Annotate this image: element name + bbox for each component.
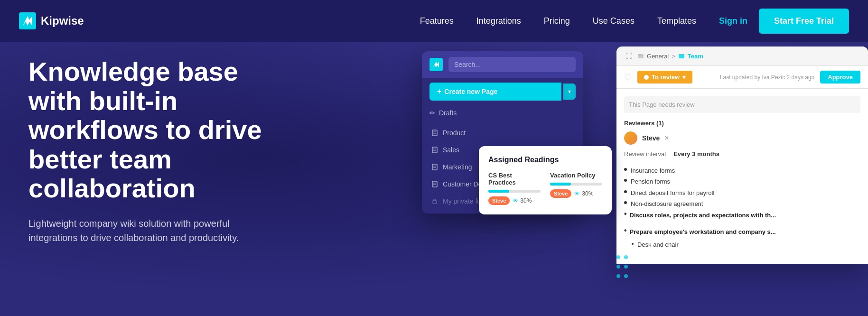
bullet-main-2: • — [624, 227, 627, 234]
dots-decoration — [616, 255, 628, 273]
page-icon-3 — [431, 164, 438, 170]
hero-subtitle: Lightweight company wiki solution with p… — [28, 216, 275, 245]
circle-icon — [644, 75, 649, 80]
bullet — [624, 190, 627, 193]
svg-rect-15 — [433, 201, 437, 204]
logo-area: Kipwise — [19, 12, 84, 29]
folder-icon — [637, 53, 644, 59]
drafts-label: Drafts — [439, 109, 457, 117]
app-header: Search... — [422, 51, 583, 78]
pencil-icon: ✏ — [429, 109, 435, 117]
assigned-readings-popup: Assigned Readings CS Best Practices Stev… — [479, 146, 612, 214]
bullet — [624, 179, 627, 182]
nav-templates[interactable]: Templates — [657, 16, 696, 26]
dot — [616, 255, 620, 259]
bullet — [624, 168, 627, 171]
right-panel-top: ⛶ General > Team — [616, 46, 868, 66]
avatar-chip-vacation: Steve — [550, 189, 571, 198]
drafts-row[interactable]: ✏ Drafts — [422, 105, 583, 121]
eye-icon-cs: 👁 — [513, 197, 518, 204]
dot — [616, 265, 620, 269]
app-panel-right: ⛶ General > Team ♡ To review ▾ Last upda… — [616, 46, 868, 264]
avatar-chip-cs: Steve — [488, 196, 510, 205]
reading-user-cs: Steve 👁 30% — [488, 196, 541, 205]
reading-col-vacation: Vacation Policy Steve 👁 30% — [550, 172, 602, 205]
percent-value-vacation: 30% — [582, 190, 593, 197]
hero-right: Search... + Create new Page ▾ ✏ Drafts P… — [412, 42, 868, 273]
page-icon — [431, 130, 438, 136]
search-bar[interactable]: Search... — [448, 57, 576, 72]
breadcrumb-team: Team — [688, 53, 703, 60]
list-item-4: Non-disclosure agreement — [624, 198, 860, 209]
nav-links: Features Integrations Pricing Use Cases … — [420, 16, 696, 26]
review-interval-row: Review interval Every 3 months — [624, 150, 860, 158]
nav-use-cases[interactable]: Use Cases — [593, 16, 635, 26]
reviewer-avatar-img — [624, 131, 637, 145]
percent-chip-vacation: 👁 30% — [574, 190, 593, 197]
nav-features[interactable]: Features — [420, 16, 454, 26]
page-icon-4 — [431, 181, 438, 187]
create-page-label: Create new Page — [444, 88, 497, 95]
nav-label-product: Product — [443, 129, 466, 137]
reading-progress-bar-cs — [488, 190, 541, 193]
navbar: Kipwise Features Integrations Pricing Us… — [0, 0, 868, 42]
content-list: Insurance forms Pension forms Direct dep… — [624, 165, 860, 251]
plus-icon: + — [437, 87, 441, 96]
right-panel-body: This Page needs review Reviewers (1) Ste… — [616, 89, 868, 264]
review-interval-label: Review interval — [624, 150, 666, 158]
favorite-icon[interactable]: ♡ — [624, 72, 632, 83]
reviewer-remove-button[interactable]: × — [664, 134, 669, 142]
app-logo — [429, 58, 443, 71]
review-interval-value: Every 3 months — [673, 150, 719, 158]
to-review-button[interactable]: To review ▾ — [637, 71, 692, 84]
folder-icon-team — [678, 53, 685, 59]
svg-rect-3 — [432, 130, 437, 136]
start-trial-button[interactable]: Start Free Trial — [759, 9, 849, 34]
bullet — [624, 201, 627, 204]
signin-link[interactable]: Sign in — [719, 16, 747, 26]
to-review-label: To review — [652, 74, 680, 81]
list-item-text-1: Insurance forms — [631, 165, 675, 176]
svg-marker-2 — [433, 62, 439, 67]
review-input-placeholder[interactable]: This Page needs review — [624, 96, 860, 113]
nav-integrations[interactable]: Integrations — [476, 16, 521, 26]
svg-rect-9 — [432, 164, 437, 170]
hero-title: Knowledge base with built-in workflows t… — [28, 57, 294, 203]
section-bullet-1: • Discuss roles, projects and expectatio… — [624, 210, 860, 221]
eye-icon-vacation: 👁 — [574, 190, 580, 197]
list-item-text-3: Direct deposit forms for payroll — [631, 187, 714, 198]
sub-list-item: Desk and chair — [632, 239, 860, 250]
expand-icons: ⛶ — [624, 51, 634, 61]
create-page-dropdown-button[interactable]: ▾ — [563, 84, 576, 100]
list-item-1: Insurance forms — [624, 165, 860, 176]
reading-columns: CS Best Practices Steve 👁 30% Vacation P… — [488, 172, 602, 205]
section-bullet-2: • Prepare employee's workstation and com… — [624, 226, 860, 237]
nav-item-product[interactable]: Product — [422, 124, 583, 141]
nav-pricing[interactable]: Pricing — [544, 16, 570, 26]
section-text-1: Discuss roles, projects and expectations… — [630, 210, 776, 221]
reading-progress-fill-vacation — [550, 183, 571, 186]
create-page-button[interactable]: + Create new Page — [429, 83, 561, 101]
reviewers-title: Reviewers (1) — [624, 120, 860, 127]
dropdown-arrow: ▾ — [682, 74, 686, 81]
reading-title-cs: CS Best Practices — [488, 172, 541, 186]
reviewer-avatar — [624, 131, 637, 145]
list-item-text-2: Pension forms — [631, 176, 670, 187]
expand-icon-arrows: ⛶ — [624, 51, 634, 61]
sub-list-text: Desk and chair — [637, 239, 679, 250]
brand-name: Kipwise — [41, 14, 84, 28]
reading-progress-fill-cs — [488, 190, 509, 193]
reading-progress-bar-vacation — [550, 183, 602, 186]
breadcrumb: General > Team — [637, 53, 860, 60]
lock-icon — [431, 198, 438, 204]
svg-rect-6 — [432, 147, 437, 153]
page-icon-2 — [431, 147, 438, 153]
reading-title-vacation: Vacation Policy — [550, 172, 602, 179]
dot — [624, 255, 628, 259]
sub-list: Desk and chair — [624, 239, 860, 250]
svg-rect-12 — [432, 181, 437, 187]
approve-button[interactable]: Approve — [820, 71, 860, 84]
section-text-2: Prepare employee's workstation and compa… — [630, 226, 776, 237]
dot-row-1 — [616, 255, 628, 259]
content-section-2: • Prepare employee's workstation and com… — [624, 226, 860, 251]
